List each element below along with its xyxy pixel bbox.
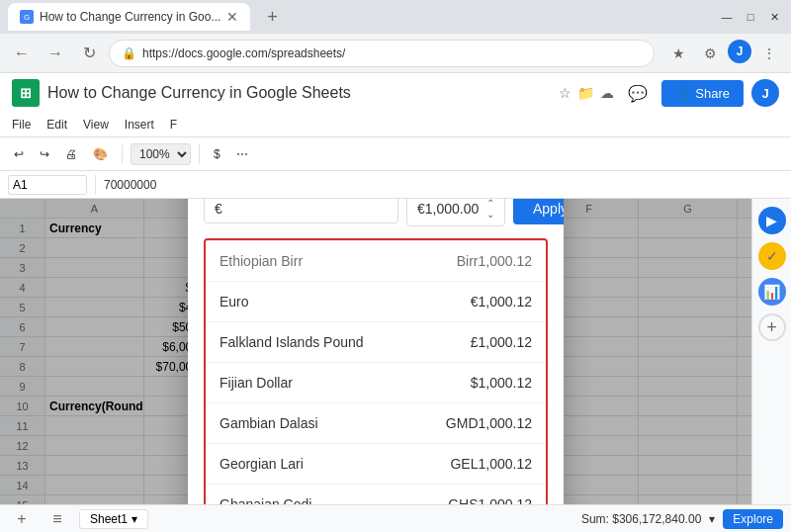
tab-favicon: G (20, 10, 34, 24)
address-bar[interactable]: 🔒 https://docs.google.com/spreadsheets/ (109, 40, 655, 67)
sheets-header: ⊞ How to Change Currency in Google Sheet… (0, 73, 791, 137)
cloud-icon[interactable]: ☁ (600, 85, 614, 101)
currency-name: Ethiopian Birr (220, 253, 303, 269)
close-window-button[interactable]: ✕ (765, 8, 783, 26)
app-container: G How to Change Currency in Goo... ✕ + —… (0, 0, 791, 532)
menu-edit[interactable]: Edit (46, 118, 67, 132)
currency-value: €1,000.12 (471, 294, 532, 310)
sidebar-icon-2[interactable]: ✓ (758, 242, 786, 270)
currency-value: $1,000.12 (471, 375, 532, 391)
content-area: A B C D E F G H 1 Currency (0, 199, 791, 504)
menu-file[interactable]: File (12, 118, 31, 132)
back-button[interactable]: ← (8, 40, 36, 67)
formula-separator (95, 175, 96, 195)
title-action-icons: ☆ 📁 ☁ (559, 85, 614, 101)
add-sidebar-icon[interactable]: + (758, 313, 786, 341)
sheets-title-row: ⊞ How to Change Currency in Google Sheet… (12, 73, 779, 113)
sheets-bottom: + ≡ Sheet1 ▾ Sum: $306,172,840.00 ▾ Expl… (0, 504, 791, 532)
preview-arrows-icon: ⌃⌄ (486, 199, 494, 220)
list-item[interactable]: Georgian Lari GEL1,000.12 (206, 444, 546, 485)
profile-icon[interactable]: J (728, 40, 751, 63)
url-text: https://docs.google.com/spreadsheets/ (142, 46, 642, 60)
list-item[interactable]: Euro €1,000.12 (206, 282, 546, 322)
browser-titlebar: G How to Change Currency in Goo... ✕ + —… (0, 0, 791, 34)
window-controls: — □ ✕ (718, 8, 783, 26)
formula-bar: 70000000 (0, 171, 791, 199)
paint-format-button[interactable]: 🎨 (87, 141, 114, 167)
currency-name: Fijian Dollar (220, 375, 293, 391)
share-label: Share (695, 86, 730, 101)
currency-button[interactable]: $ (208, 141, 226, 167)
bottom-status: Sum: $306,172,840.00 ▾ Explore (581, 509, 783, 529)
currency-name: Gambian Dalasi (220, 415, 318, 431)
share-button[interactable]: 👤 Share (661, 80, 744, 107)
zoom-selector[interactable]: 100% (131, 143, 191, 165)
header-right: 💬 👤 Share J (622, 77, 779, 109)
currency-value: £1,000.12 (471, 334, 532, 350)
list-item[interactable]: Fijian Dollar $1,000.12 (206, 363, 546, 403)
sum-dropdown-icon: ▾ (709, 512, 715, 526)
explore-button[interactable]: Explore (723, 509, 783, 529)
sheets-toolbar: ↩ ↪ 🖨 🎨 100% $ ⋯ (0, 137, 791, 171)
currency-value: GMD1,000.12 (446, 415, 532, 431)
document-title[interactable]: How to Change Currency in Google Sheets (47, 84, 551, 102)
toolbar-separator-1 (122, 144, 123, 164)
forward-button[interactable]: → (42, 40, 69, 67)
undo-button[interactable]: ↩ (8, 141, 30, 167)
sidebar-icon-1[interactable]: ▶ (758, 207, 786, 234)
currency-value: GEL1,000.12 (450, 456, 532, 472)
folder-icon[interactable]: 📁 (577, 85, 594, 101)
preview-value: €1,000.00 (417, 201, 479, 217)
list-item[interactable]: Ethiopian Birr Birr1,000.12 (206, 240, 546, 282)
comment-button[interactable]: 💬 (622, 77, 654, 109)
browser-toolbar: ← → ↻ 🔒 https://docs.google.com/spreadsh… (0, 34, 791, 73)
star-icon[interactable]: ☆ (559, 85, 571, 101)
browser-toolbar-icons: ★ ⚙ J ⋮ (664, 40, 783, 67)
currency-preview: €1,000.00 ⌃⌄ (406, 199, 505, 226)
minimize-button[interactable]: — (718, 8, 736, 26)
sum-status: Sum: $306,172,840.00 (581, 512, 701, 526)
new-tab-button[interactable]: + (258, 3, 286, 31)
sheets-app-icon: ⊞ (12, 79, 40, 107)
currency-name: Ghanaian Cedi (220, 496, 311, 504)
list-item[interactable]: Falkland Islands Pound £1,000.12 (206, 322, 546, 363)
currency-name: Falkland Islands Pound (220, 334, 364, 350)
tab-title: How to Change Currency in Goo... (40, 10, 220, 24)
extensions-icon[interactable]: ⚙ (696, 40, 724, 67)
currency-name: Euro (220, 294, 249, 310)
currency-value: GHS1,000.12 (448, 496, 532, 504)
sidebar-icon-3[interactable]: 📊 (758, 278, 786, 306)
name-box[interactable] (8, 175, 87, 195)
sheet-tab[interactable]: Sheet1 ▾ (79, 509, 148, 529)
modal-overlay: Custom currencies × €1,000.00 ⌃⌄ Apply (0, 199, 751, 504)
menu-view[interactable]: View (83, 118, 109, 132)
spreadsheet-area: A B C D E F G H 1 Currency (0, 199, 751, 504)
right-sidebar: ▶ ✓ 📊 + (751, 199, 791, 504)
sheet-list-button[interactable]: ≡ (44, 505, 71, 533)
reload-button[interactable]: ↻ (75, 40, 103, 67)
formula-content[interactable]: 70000000 (104, 178, 783, 192)
add-sheet-button[interactable]: + (8, 505, 36, 533)
custom-currencies-modal: Custom currencies × €1,000.00 ⌃⌄ Apply (188, 199, 564, 504)
sheet-tab-label: Sheet1 (90, 512, 128, 526)
more-formats-button[interactable]: ⋯ (230, 141, 254, 167)
list-item[interactable]: Gambian Dalasi GMD1,000.12 (206, 403, 546, 444)
currency-name: Georgian Lari (220, 456, 304, 472)
more-icon[interactable]: ⋮ (755, 40, 783, 67)
toolbar-separator-2 (199, 144, 200, 164)
browser-tab[interactable]: G How to Change Currency in Goo... ✕ (8, 3, 250, 31)
currency-search-input[interactable] (204, 199, 398, 223)
list-item[interactable]: Ghanaian Cedi GHS1,000.12 (206, 485, 546, 504)
maximize-button[interactable]: □ (742, 8, 759, 26)
print-button[interactable]: 🖨 (59, 141, 83, 167)
menu-insert[interactable]: Insert (125, 118, 154, 132)
sheet-dropdown-icon: ▾ (132, 512, 137, 526)
bookmark-icon[interactable]: ★ (664, 40, 692, 67)
tab-close-icon[interactable]: ✕ (226, 9, 238, 25)
user-avatar[interactable]: J (751, 79, 779, 107)
menu-format[interactable]: F (170, 118, 177, 132)
sheets-menu-row: File Edit View Insert F (12, 113, 779, 136)
apply-button[interactable]: Apply (513, 199, 564, 224)
lock-icon: 🔒 (122, 46, 136, 60)
redo-button[interactable]: ↪ (34, 141, 55, 167)
